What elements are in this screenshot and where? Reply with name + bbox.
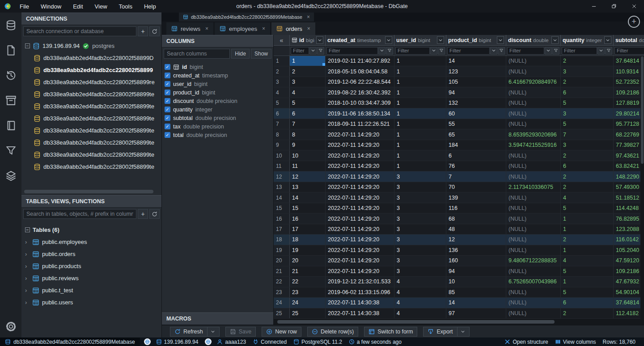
cell[interactable]: 14 bbox=[446, 56, 506, 66]
database-item[interactable]: db338ea9abb2ed4fadb2cc228002f58899re bbox=[21, 76, 161, 88]
cell[interactable]: (NULL) bbox=[506, 245, 561, 255]
cell[interactable]: 3 bbox=[561, 140, 614, 150]
row-number[interactable]: 15 bbox=[274, 203, 290, 213]
cell[interactable]: 112.4182 bbox=[614, 308, 644, 318]
database-item[interactable]: db338ea9abb2ed4fadb2cc228002f58899 bbox=[21, 64, 161, 76]
cell[interactable]: (NULL) bbox=[506, 266, 561, 276]
cell[interactable]: 2 bbox=[561, 77, 614, 87]
filter-input-created_at[interactable] bbox=[326, 47, 378, 55]
cell[interactable]: 94 bbox=[446, 266, 506, 276]
row-number[interactable]: 7 bbox=[274, 119, 290, 129]
cell[interactable]: 24 bbox=[290, 298, 326, 308]
refresh-tables-button[interactable] bbox=[149, 209, 160, 219]
cell[interactable]: 2 bbox=[561, 182, 614, 192]
cell[interactable]: 70 bbox=[446, 182, 506, 192]
cell[interactable]: 1 bbox=[561, 277, 614, 286]
add-connection-button[interactable]: + bbox=[138, 26, 148, 36]
cell[interactable]: 2022-07-11 14:29:20 bbox=[326, 150, 394, 160]
cell[interactable]: 1 bbox=[394, 77, 446, 87]
vscroll-thumb[interactable] bbox=[641, 56, 644, 164]
row-number[interactable]: 3 bbox=[274, 77, 290, 87]
tab-reviews[interactable]: reviews× bbox=[166, 22, 213, 35]
cell[interactable]: 109.2186 bbox=[614, 266, 644, 276]
column-header-discount[interactable]: discountdouble bbox=[506, 35, 561, 45]
database-item[interactable]: db338ea9abb2ed4fadb2cc228002f58899D bbox=[21, 52, 161, 64]
row-number[interactable]: 12 bbox=[274, 171, 290, 181]
menu-edit[interactable]: Edit bbox=[67, 0, 89, 13]
cell[interactable]: 68.22769 bbox=[614, 129, 644, 139]
filter-input-user_id[interactable] bbox=[395, 47, 430, 55]
cell[interactable]: 8.65395293020696 bbox=[506, 129, 561, 139]
menu-help[interactable]: Help bbox=[138, 0, 162, 13]
filter-funnel-button[interactable] bbox=[438, 47, 445, 55]
view-columns-button[interactable]: View columns bbox=[555, 339, 596, 345]
cell[interactable]: 4 bbox=[394, 308, 446, 318]
cell[interactable]: 2 bbox=[290, 66, 326, 76]
database-item[interactable]: db338ea9abb2ed4fadb2cc228002f58899te bbox=[21, 88, 161, 100]
row-number[interactable]: 9 bbox=[274, 140, 290, 150]
grid-hscrollbar[interactable] bbox=[274, 319, 644, 325]
refresh-connections-button[interactable] bbox=[149, 26, 160, 36]
cell[interactable]: 6.41667920884976 bbox=[506, 77, 561, 87]
filter-funnel-button[interactable] bbox=[386, 47, 393, 55]
cell[interactable]: 2022-07-11 14:29:20 bbox=[326, 256, 394, 265]
cell[interactable]: 1 bbox=[290, 56, 326, 66]
cell[interactable]: 2019-12-06 22:22:48.544 bbox=[326, 77, 394, 87]
cell[interactable]: 3 bbox=[394, 171, 446, 181]
cell[interactable]: (NULL) bbox=[506, 298, 561, 308]
connections-hscrollbar[interactable] bbox=[24, 190, 153, 193]
cell[interactable]: 127.8819 bbox=[614, 98, 644, 108]
archive-icon[interactable] bbox=[5, 95, 17, 106]
cell[interactable]: 4 bbox=[290, 87, 326, 97]
checkbox-checked-icon[interactable]: ✓ bbox=[165, 115, 170, 121]
cell[interactable]: 25 bbox=[290, 308, 326, 318]
add-tab-button[interactable]: + bbox=[628, 16, 640, 28]
history-icon[interactable] bbox=[5, 70, 17, 81]
cell[interactable]: 2 bbox=[561, 308, 614, 318]
filter-input-subtotal[interactable] bbox=[614, 47, 644, 55]
cell[interactable]: 1 bbox=[394, 87, 446, 97]
cell[interactable]: 109.2186 bbox=[614, 87, 644, 97]
cell[interactable]: 116.0142 bbox=[614, 235, 644, 244]
row-number[interactable]: 20 bbox=[274, 256, 290, 265]
row-number[interactable]: 2 bbox=[274, 66, 290, 76]
filter-input-discount[interactable] bbox=[507, 47, 544, 55]
cell[interactable]: 19 bbox=[290, 245, 326, 255]
database-item[interactable]: db338ea9abb2ed4fadb2cc228002f58899te bbox=[21, 161, 161, 173]
delete-row-s--button[interactable]: Delete row(s) bbox=[307, 327, 358, 337]
minimize-button[interactable] bbox=[584, 0, 604, 13]
filter-type-button[interactable] bbox=[545, 47, 552, 55]
cell[interactable]: 47.67932 bbox=[614, 277, 644, 286]
column-menu-button[interactable] bbox=[604, 36, 611, 44]
filter-funnel-button[interactable] bbox=[552, 47, 559, 55]
cell[interactable]: 2019-12-12 21:32:01.533 bbox=[326, 277, 394, 286]
column-toggle-id[interactable]: ✓idbigint bbox=[165, 63, 272, 71]
cell[interactable]: 3.59474215525916 bbox=[506, 140, 561, 150]
cell[interactable]: 2022-07-11 14:29:20 bbox=[326, 235, 394, 244]
cell[interactable]: 1 bbox=[394, 150, 446, 160]
cell[interactable]: 9 bbox=[290, 140, 326, 150]
cell[interactable]: 1 bbox=[394, 56, 446, 66]
cell[interactable]: 20 bbox=[290, 256, 326, 265]
cell[interactable]: 18 bbox=[290, 235, 326, 244]
database-item[interactable]: db338ea9abb2ed4fadb2cc228002f58899te bbox=[21, 124, 161, 137]
cell[interactable]: 5 bbox=[561, 119, 614, 129]
cell[interactable]: 2022-07-11 14:29:20 bbox=[326, 266, 394, 276]
column-toggle-created_at[interactable]: ✓created_attimestamp bbox=[165, 71, 272, 80]
cell[interactable]: 2.1173410336075 bbox=[506, 182, 561, 192]
column-menu-button[interactable] bbox=[437, 36, 444, 44]
funnel-rail-icon[interactable] bbox=[5, 145, 17, 156]
cell[interactable]: 6 bbox=[561, 87, 614, 97]
cell[interactable]: 4 bbox=[394, 298, 446, 308]
cell[interactable]: (NULL) bbox=[506, 150, 561, 160]
cell[interactable]: 37.64814 bbox=[614, 56, 644, 66]
cell[interactable]: (NULL) bbox=[506, 224, 561, 234]
database-item[interactable]: db338ea9abb2ed4fadb2cc228002f58899te bbox=[21, 112, 161, 124]
cell[interactable]: 65 bbox=[446, 129, 506, 139]
filter-type-button[interactable] bbox=[309, 47, 317, 55]
cell[interactable]: 5 bbox=[290, 98, 326, 108]
chevron-right-icon[interactable]: › bbox=[25, 263, 30, 269]
grid-vscrollbar[interactable] bbox=[640, 56, 644, 319]
cell[interactable]: 57.49300 bbox=[614, 182, 644, 192]
column-header-created_at[interactable]: created_attimestamp bbox=[326, 35, 394, 45]
